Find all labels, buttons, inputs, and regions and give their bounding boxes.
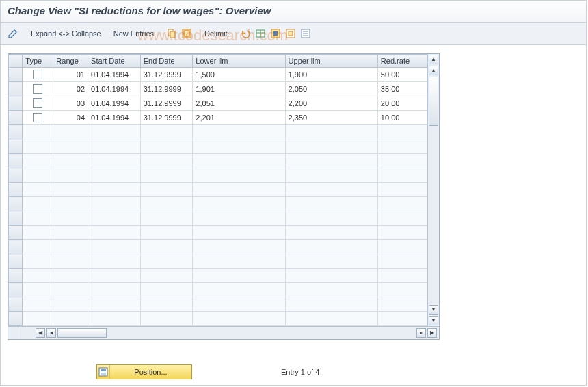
range-cell[interactable]: 02 xyxy=(53,82,88,96)
table-green-icon[interactable] xyxy=(255,28,266,39)
new-entries-button[interactable]: New Entries xyxy=(113,29,154,38)
red-rate-cell[interactable]: 10,00 xyxy=(377,111,427,125)
start-date-cell[interactable]: 01.04.1994 xyxy=(88,68,141,82)
scroll-left-start-icon[interactable]: ◀ xyxy=(36,328,45,338)
copy-icon[interactable] xyxy=(166,28,177,39)
end-date-cell[interactable]: 31.12.9999 xyxy=(140,82,193,96)
table-row[interactable]: 0301.04.199431.12.99992,0512,20020,00 xyxy=(9,96,427,111)
row-selector[interactable] xyxy=(9,139,23,154)
end-date-cell[interactable]: 31.12.9999 xyxy=(140,96,193,111)
table-row[interactable] xyxy=(9,211,427,226)
scroll-right-icon[interactable]: ▸ xyxy=(416,328,426,338)
table-row[interactable] xyxy=(9,254,427,269)
row-selector[interactable] xyxy=(9,125,23,139)
table-row[interactable] xyxy=(9,226,427,240)
scroll-up-icon[interactable]: ▴ xyxy=(429,66,438,75)
scroll-down-icon[interactable]: ▾ xyxy=(429,305,438,315)
list-icon[interactable] xyxy=(300,28,311,39)
table-row[interactable] xyxy=(9,125,427,139)
end-date-cell[interactable]: 31.12.9999 xyxy=(140,68,193,82)
horizontal-scrollbar[interactable]: ◀ ◂ ▸ ▶ xyxy=(8,326,439,339)
upper-lim-cell[interactable]: 2,050 xyxy=(285,82,377,96)
vertical-scrollbar[interactable]: ▲ ▴ ▾ ▼ xyxy=(427,54,439,326)
empty-cell xyxy=(53,240,88,254)
table-row[interactable] xyxy=(9,240,427,254)
lower-lim-cell[interactable]: 1,500 xyxy=(193,68,285,82)
table-row[interactable]: 0101.04.199431.12.99991,5001,90050,00 xyxy=(9,68,427,82)
expand-collapse-button[interactable]: Expand <-> Collapse xyxy=(31,29,101,38)
row-selector[interactable] xyxy=(9,226,23,240)
col-type[interactable]: Type xyxy=(23,55,53,68)
table-row[interactable] xyxy=(9,283,427,297)
undo-icon[interactable] xyxy=(240,28,251,39)
table-row[interactable]: 0201.04.199431.12.99991,9012,05035,00 xyxy=(9,82,427,96)
empty-cell xyxy=(53,125,88,139)
end-date-cell[interactable]: 31.12.9999 xyxy=(140,111,193,125)
type-checkbox[interactable] xyxy=(23,82,53,96)
scroll-left-icon[interactable]: ◂ xyxy=(46,328,56,338)
row-selector[interactable] xyxy=(9,183,23,197)
table-row[interactable] xyxy=(9,297,427,312)
table-row[interactable] xyxy=(9,139,427,154)
col-lower[interactable]: Lower lim xyxy=(193,55,285,68)
start-date-cell[interactable]: 01.04.1994 xyxy=(88,111,141,125)
red-rate-cell[interactable]: 35,00 xyxy=(377,82,427,96)
type-checkbox[interactable] xyxy=(23,96,53,111)
lower-lim-cell[interactable]: 2,201 xyxy=(193,111,285,125)
lower-lim-cell[interactable]: 2,051 xyxy=(193,96,285,111)
range-cell[interactable]: 01 xyxy=(53,68,88,82)
row-selector[interactable] xyxy=(9,254,23,269)
hscroll-thumb[interactable] xyxy=(57,328,107,338)
lower-lim-cell[interactable]: 1,901 xyxy=(193,82,285,96)
table-row[interactable] xyxy=(9,154,427,168)
row-selector[interactable] xyxy=(9,312,23,326)
empty-cell xyxy=(193,168,285,183)
scroll-thumb[interactable] xyxy=(429,77,438,126)
table-row[interactable] xyxy=(9,168,427,183)
row-selector[interactable] xyxy=(9,269,23,283)
row-selector[interactable] xyxy=(9,197,23,211)
upper-lim-cell[interactable]: 2,200 xyxy=(285,96,377,111)
type-checkbox[interactable] xyxy=(23,111,53,125)
table-row[interactable]: 0401.04.199431.12.99992,2012,35010,00 xyxy=(9,111,427,125)
col-rate[interactable]: Red.rate xyxy=(377,55,427,68)
scroll-top-icon[interactable]: ▲ xyxy=(429,55,438,64)
col-end[interactable]: End Date xyxy=(140,55,193,68)
select-all-icon[interactable] xyxy=(270,28,281,39)
row-selector[interactable] xyxy=(9,283,23,297)
type-checkbox[interactable] xyxy=(23,68,53,82)
row-selector[interactable] xyxy=(9,211,23,226)
row-selector[interactable] xyxy=(9,154,23,168)
select-icon[interactable] xyxy=(181,28,192,39)
table-row[interactable] xyxy=(9,312,427,326)
row-selector[interactable] xyxy=(9,96,23,111)
position-button[interactable]: Position... xyxy=(96,364,192,379)
scroll-right-end-icon[interactable]: ▶ xyxy=(427,328,437,338)
red-rate-cell[interactable]: 50,00 xyxy=(377,68,427,82)
start-date-cell[interactable]: 01.04.1994 xyxy=(88,96,141,111)
row-selector[interactable] xyxy=(9,168,23,183)
range-cell[interactable]: 03 xyxy=(53,96,88,111)
row-selector[interactable] xyxy=(9,82,23,96)
table-row[interactable] xyxy=(9,183,427,197)
row-selector[interactable] xyxy=(9,297,23,312)
col-start[interactable]: Start Date xyxy=(88,55,141,68)
table-row[interactable] xyxy=(9,197,427,211)
delimit-button[interactable]: Delimit xyxy=(204,29,228,38)
range-cell[interactable]: 04 xyxy=(53,111,88,125)
pencil-icon[interactable] xyxy=(8,28,18,39)
upper-lim-cell[interactable]: 2,350 xyxy=(285,111,377,125)
row-selector[interactable] xyxy=(9,68,23,82)
col-upper[interactable]: Upper lim xyxy=(285,55,377,68)
upper-lim-cell[interactable]: 1,900 xyxy=(285,68,377,82)
empty-cell xyxy=(285,168,377,183)
red-rate-cell[interactable]: 20,00 xyxy=(377,96,427,111)
col-range[interactable]: Range xyxy=(53,55,88,68)
start-date-cell[interactable]: 01.04.1994 xyxy=(88,82,141,96)
deselect-icon[interactable] xyxy=(285,28,296,39)
empty-cell xyxy=(140,154,193,168)
table-row[interactable] xyxy=(9,269,427,283)
scroll-bottom-icon[interactable]: ▼ xyxy=(429,316,438,325)
row-selector[interactable] xyxy=(9,111,23,125)
row-selector[interactable] xyxy=(9,240,23,254)
